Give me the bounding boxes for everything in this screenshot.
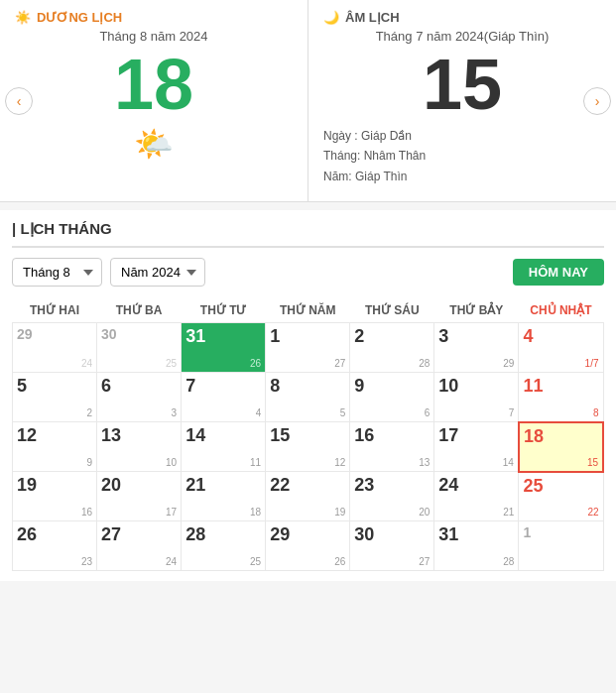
duong-day: 18 [15,49,293,120]
calendar-cell[interactable]: 2219 [266,472,350,521]
day-lunar: 29 [503,358,514,369]
year-select[interactable]: Năm 2022 Năm 2023 Năm 2024 Năm 2025 Năm … [110,258,205,287]
day-main: 30 [101,326,177,343]
calendar-cell[interactable]: 2623 [13,521,97,571]
day-main: 18 [524,426,598,448]
weekday-header-row: THỨ HAI THỨ BA THỨ TƯ THỨ NĂM THỨ SÁU TH… [13,298,604,323]
calendar-cell[interactable]: 3027 [350,521,434,571]
day-main: 1 [523,524,598,541]
calendar-cell[interactable]: 118 [519,373,603,422]
calendar-cell[interactable]: 228 [350,323,434,373]
day-lunar: 28 [419,358,430,369]
day-main: 12 [17,425,92,447]
am-month: Tháng 7 năm 2024(Giáp Thìn) [323,29,601,44]
day-lunar: 21 [503,507,514,518]
am-lich-header: 🌙 ÂM LỊCH [323,10,601,25]
am-info: Ngày : Giáp Dần Tháng: Nhâm Thân Năm: Gi… [323,126,601,186]
am-ngay: Ngày : Giáp Dần [323,126,601,146]
calendar-cell[interactable]: 2825 [182,521,266,571]
day-main: 19 [17,475,92,497]
calendar-cell[interactable]: 1916 [13,472,97,521]
prev-button[interactable]: ‹ [5,87,33,115]
duong-lich-header: ☀️ DƯƠNG LỊCH [15,10,293,25]
calendar-cell[interactable]: 74 [182,373,266,422]
calendar-cell[interactable]: 1411 [182,422,266,472]
day-main: 21 [185,475,261,497]
day-lunar: 7 [509,407,515,418]
day-main: 4 [523,326,598,348]
calendar-cell[interactable]: 3126 [182,323,266,373]
month-select[interactable]: Tháng 1 Tháng 2 Tháng 3 Tháng 4 Tháng 5 … [12,258,102,287]
calendar-row: 5263748596107118 [13,373,604,422]
next-button[interactable]: › [583,87,611,115]
calendar-section: | LỊCH THÁNG Tháng 1 Tháng 2 Tháng 3 Thá… [0,210,616,581]
calendar-cell[interactable]: 2017 [97,472,182,521]
day-lunar: 24 [81,358,92,369]
day-lunar: 26 [250,358,261,369]
calendar-cell[interactable]: 1310 [97,422,182,472]
calendar-cell[interactable]: 41/7 [519,323,603,373]
calendar-cell[interactable]: 2320 [350,472,434,521]
calendar-cell[interactable]: 127 [266,323,350,373]
day-main: 15 [270,425,345,447]
calendar-cell[interactable]: 129 [13,422,97,472]
duong-lich-panel: ‹ ☀️ DƯƠNG LỊCH Tháng 8 năm 2024 18 🌤️ [0,0,308,201]
day-main: 31 [438,524,514,546]
calendar-cell[interactable]: 1714 [434,422,519,472]
th-sat: THỨ BẢY [434,298,519,323]
day-main: 28 [185,524,261,546]
calendar-cell[interactable]: 329 [434,323,519,373]
lich-thang-title: | LỊCH THÁNG [12,220,604,248]
day-lunar: 3 [172,407,178,418]
day-main: 7 [185,376,261,398]
day-main: 23 [354,475,430,497]
calendar-row: 29243025312612722832941/7 [13,323,604,373]
day-lunar: 9 [87,457,93,468]
calendar-icon: | [12,220,16,237]
duong-month: Tháng 8 năm 2024 [15,29,293,44]
calendar-cell[interactable]: 1815 [519,422,603,472]
calendar-cell[interactable]: 1 [519,521,603,571]
day-lunar: 19 [334,507,345,518]
am-nam: Năm: Giáp Thìn [323,167,601,186]
calendar-cell[interactable]: 1613 [350,422,434,472]
am-lich-label: ÂM LỊCH [345,10,400,25]
day-lunar: 5 [340,407,346,418]
calendar-cell[interactable]: 2118 [182,472,266,521]
calendar-cell[interactable]: 2924 [13,323,97,373]
th-fri: THỨ SÁU [350,298,434,323]
day-lunar: 17 [166,507,177,518]
day-lunar: 24 [166,556,177,567]
calendar-title: LỊCH THÁNG [20,220,111,237]
calendar-cell[interactable]: 2724 [97,521,182,571]
day-lunar: 4 [256,407,262,418]
day-lunar: 14 [503,457,514,468]
day-lunar: 1/7 [585,358,599,369]
sun-icon: ☀️ [15,10,31,25]
calendar-cell[interactable]: 2421 [434,472,519,521]
calendar-cell[interactable]: 2522 [519,472,603,521]
calendar-cell[interactable]: 1512 [266,422,350,472]
hom-nay-button[interactable]: HÔM NAY [513,259,604,286]
calendar-cell[interactable]: 85 [266,373,350,422]
calendar-cell[interactable]: 3128 [434,521,519,571]
calendar-cell[interactable]: 2926 [266,521,350,571]
day-main: 8 [270,376,345,398]
day-lunar: 16 [81,507,92,518]
calendar-cell[interactable]: 52 [13,373,97,422]
calendar-cell[interactable]: 3025 [97,323,182,373]
day-main: 2 [354,326,430,348]
day-lunar: 6 [425,407,431,418]
day-main: 1 [270,326,345,348]
day-main: 11 [523,376,598,398]
day-main: 30 [354,524,430,546]
day-lunar: 13 [419,457,430,468]
calendar-cell[interactable]: 96 [350,373,434,422]
calendar-cell[interactable]: 107 [434,373,519,422]
day-lunar: 23 [81,556,92,567]
day-main: 22 [270,475,345,497]
day-main: 25 [523,476,598,498]
day-lunar: 11 [250,457,261,468]
calendar-cell[interactable]: 63 [97,373,182,422]
day-main: 10 [438,376,514,398]
